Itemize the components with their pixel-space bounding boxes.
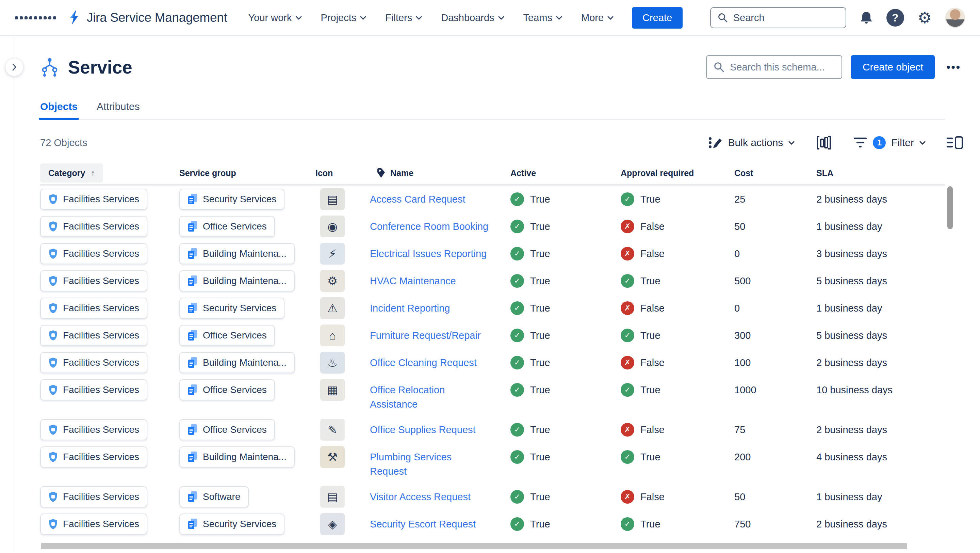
tab-attributes[interactable]: Attributes (97, 101, 140, 119)
category-chip[interactable]: Facilities Services (40, 379, 147, 400)
schema-search-input[interactable] (730, 62, 832, 73)
category-chip[interactable]: Facilities Services (40, 189, 147, 210)
expand-sidebar-button[interactable] (5, 58, 24, 76)
service-group-chip[interactable]: Building Maintena... (179, 270, 295, 292)
horizontal-scrollbar[interactable] (41, 543, 907, 549)
category-chip[interactable]: Facilities Services (40, 216, 147, 237)
object-name-link[interactable]: Security Escort Request (370, 517, 476, 531)
create-object-button[interactable]: Create object (851, 55, 935, 79)
cost-value: 200 (734, 451, 751, 463)
column-header-name[interactable]: Name (370, 167, 511, 178)
object-name-link[interactable]: Furniture Request/Repair (370, 328, 481, 343)
filter-button[interactable]: 1 Filter (853, 136, 926, 149)
bulk-actions-button[interactable]: Bulk actions (708, 136, 795, 150)
moving-truck-icon: ▦ (320, 379, 345, 401)
column-header-service-group[interactable]: Service group (179, 168, 315, 178)
category-chip[interactable]: Facilities Services (40, 419, 147, 440)
object-name-link[interactable]: Conference Room Booking (370, 219, 488, 234)
active-value: True (530, 303, 550, 314)
service-group-chip[interactable]: Building Maintena... (179, 446, 295, 467)
active-status-icon: ✓ (511, 356, 524, 370)
service-group-chip[interactable]: Office Services (179, 419, 275, 440)
column-header-category[interactable]: Category ↑ (40, 163, 103, 183)
category-shield-icon (48, 221, 58, 232)
category-chip[interactable]: Facilities Services (40, 243, 147, 264)
service-group-chip[interactable]: Office Services (179, 216, 275, 237)
category-chip[interactable]: Facilities Services (40, 325, 147, 346)
service-group-chip[interactable]: Office Services (179, 325, 275, 346)
category-chip[interactable]: Facilities Services (40, 446, 147, 467)
service-group-pages-icon (188, 491, 198, 503)
nav-item-dashboards[interactable]: Dashboards (441, 12, 504, 24)
object-name-link[interactable]: Incident Reporting (370, 301, 450, 315)
category-chip[interactable]: Facilities Services (40, 352, 147, 373)
detail-view-button[interactable] (947, 135, 964, 150)
active-status-icon: ✓ (511, 274, 524, 288)
object-name-link[interactable]: Office Cleaning Request (370, 355, 477, 370)
global-search-input[interactable] (733, 12, 829, 24)
service-group-pages-icon (188, 451, 198, 463)
column-header-icon[interactable]: Icon (315, 168, 370, 178)
nav-item-your-work[interactable]: Your work (248, 12, 302, 24)
object-name-link[interactable]: Electrical Issues Reporting (370, 247, 487, 261)
search-icon (714, 62, 724, 73)
category-chip[interactable]: Facilities Services (40, 513, 147, 535)
app-switcher-icon[interactable] (15, 16, 56, 19)
vertical-scrollbar[interactable] (947, 186, 953, 229)
object-name-link[interactable]: Plumbing Services Request (370, 450, 452, 478)
object-name-link[interactable]: HVAC Maintenance (370, 274, 456, 288)
nav-item-filters[interactable]: Filters (385, 12, 422, 24)
nav-item-more[interactable]: More (581, 12, 614, 24)
object-name-link[interactable]: Visitor Access Request (370, 490, 471, 504)
object-name-link[interactable]: Office Relocation Assistance (370, 383, 445, 411)
category-chip[interactable]: Facilities Services (40, 486, 147, 507)
global-search[interactable] (710, 7, 846, 28)
jira-bolt-icon (66, 10, 82, 25)
service-group-chip[interactable]: Security Services (179, 189, 285, 210)
service-group-chip[interactable]: Office Services (179, 379, 275, 400)
notifications-bell-icon[interactable] (860, 11, 873, 24)
active-status-icon: ✓ (511, 247, 524, 260)
category-chip[interactable]: Facilities Services (40, 270, 147, 292)
object-name-link[interactable]: Access Card Request (370, 192, 465, 206)
column-header-active[interactable]: Active (511, 168, 620, 178)
category-chip[interactable]: Facilities Services (40, 298, 147, 319)
more-options-icon[interactable]: ••• (943, 61, 964, 73)
nav-item-projects[interactable]: Projects (321, 12, 366, 24)
chevron-down-icon (920, 141, 926, 145)
service-group-chip[interactable]: Security Services (179, 298, 285, 319)
category-shield-icon (48, 519, 58, 529)
service-group-chip[interactable]: Security Services (179, 513, 285, 535)
object-name-link[interactable]: Office Supplies Request (370, 422, 476, 437)
nav-item-teams[interactable]: Teams (523, 12, 562, 24)
help-icon[interactable]: ? (886, 9, 904, 27)
service-group-chip[interactable]: Building Maintena... (179, 352, 295, 373)
column-header-cost[interactable]: Cost (734, 168, 816, 178)
sla-value: 4 business days (816, 451, 887, 463)
column-header-approval-required[interactable]: Approval required (620, 168, 734, 178)
column-header-sla[interactable]: SLA (816, 168, 931, 178)
service-group-chip[interactable]: Software (179, 486, 249, 507)
approval-value: True (640, 194, 660, 205)
tab-objects[interactable]: Objects (40, 101, 78, 119)
settings-gear-icon[interactable]: ⚙ (918, 10, 932, 25)
table-row: Facilities Services Building Maintena...… (40, 349, 964, 376)
table-row: Facilities Services Security Services ▤ … (40, 186, 964, 213)
service-group-chip[interactable]: Building Maintena... (179, 243, 295, 264)
details-panel-icon (947, 135, 964, 150)
approval-value: True (640, 384, 660, 396)
cost-value: 1000 (734, 384, 756, 396)
sort-ascending-icon: ↑ (91, 168, 95, 178)
cost-value: 0 (734, 248, 740, 260)
jira-logo[interactable]: Jira Service Management (66, 10, 227, 25)
approval-status-icon: ✗ (620, 423, 634, 437)
category-shield-icon (48, 384, 58, 395)
objects-table: Category ↑ Service group Icon Name Activ… (40, 162, 964, 538)
active-value: True (530, 357, 550, 368)
create-button[interactable]: Create (632, 7, 682, 29)
chart-view-button[interactable] (816, 135, 832, 150)
user-avatar[interactable] (945, 8, 965, 27)
schema-search[interactable] (706, 55, 842, 79)
conference-room-icon: ◉ (320, 215, 345, 237)
service-group-pages-icon (188, 248, 198, 260)
